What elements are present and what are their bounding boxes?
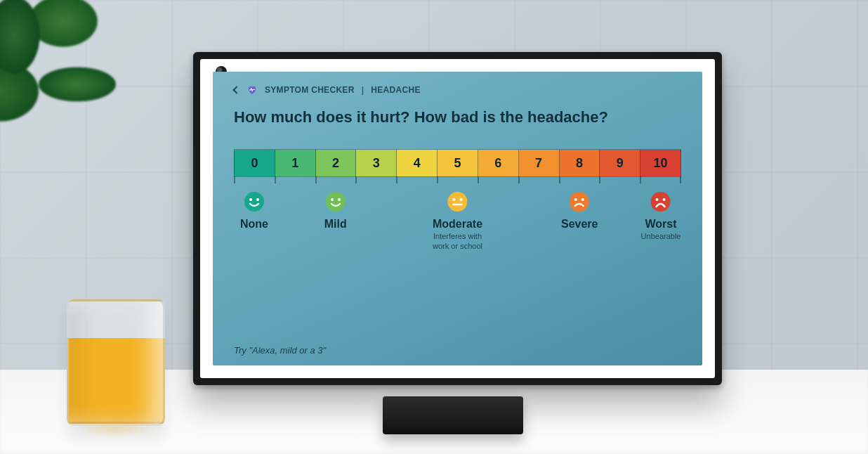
face-worst-icon (650, 191, 671, 212)
scale-cell-4[interactable]: 4 (397, 150, 438, 176)
scene-photo: SYMPTOM CHECKER | HEADACHE How much does… (0, 0, 868, 454)
svg-point-10 (570, 192, 589, 212)
scale-label-mild: Mild (324, 191, 347, 231)
device-bezel: SYMPTOM CHECKER | HEADACHE How much does… (200, 59, 715, 378)
svg-point-11 (574, 198, 577, 201)
voice-hint: Try "Alexa, mild or a 3" (234, 345, 326, 356)
header-bar: SYMPTOM CHECKER | HEADACHE (234, 84, 681, 96)
scale-label-name: Worst (641, 218, 681, 231)
svg-point-4 (331, 198, 334, 201)
scale-label-sub: Interferes with work or school (433, 232, 482, 252)
header-context: HEADACHE (371, 85, 420, 95)
plant (0, 0, 154, 176)
svg-point-8 (460, 198, 463, 201)
svg-point-15 (663, 198, 666, 201)
heart-health-icon (246, 84, 258, 96)
svg-point-5 (338, 198, 341, 201)
back-icon[interactable] (232, 86, 240, 93)
svg-point-12 (581, 198, 584, 201)
face-happy-icon (325, 191, 346, 212)
scale-cell-10[interactable]: 10 (640, 150, 681, 176)
scale-cell-2[interactable]: 2 (316, 150, 357, 176)
scale-cell-0[interactable]: 0 (234, 150, 275, 176)
scale-cell-9[interactable]: 9 (600, 150, 640, 176)
scale-cell-7[interactable]: 7 (519, 150, 560, 176)
scale-label-worst: WorstUnbearable (641, 191, 681, 242)
svg-point-14 (656, 198, 659, 201)
svg-point-7 (453, 198, 456, 201)
scale-cell-3[interactable]: 3 (356, 150, 397, 176)
svg-point-1 (249, 198, 252, 201)
face-neutral-icon (447, 191, 468, 212)
header-app-name: SYMPTOM CHECKER (265, 85, 355, 95)
face-happy-icon (244, 191, 265, 212)
echo-show-device: SYMPTOM CHECKER | HEADACHE How much does… (193, 52, 722, 385)
scale-label-name: Moderate (433, 218, 482, 231)
scale-label-name: Mild (324, 218, 347, 231)
scale-label-moderate: ModerateInterferes with work or school (433, 191, 482, 252)
svg-point-13 (651, 192, 671, 212)
scale-label-name: None (240, 218, 268, 231)
scale-label-sub: Unbearable (641, 232, 681, 242)
scale-cell-6[interactable]: 6 (478, 150, 519, 176)
device-stand (383, 396, 523, 434)
scale-label-severe: Severe (561, 191, 598, 231)
scale-cell-1[interactable]: 1 (275, 150, 316, 176)
app-screen: SYMPTOM CHECKER | HEADACHE How much does… (213, 72, 702, 365)
scale-label-none: None (240, 191, 268, 231)
svg-point-6 (448, 192, 468, 212)
scale-cell-5[interactable]: 5 (438, 150, 478, 176)
svg-point-3 (326, 192, 346, 212)
scale-label-name: Severe (561, 218, 598, 231)
svg-point-0 (244, 192, 264, 212)
question-text: How much does it hurt? How bad is the he… (234, 108, 681, 127)
pain-scale-bar[interactable]: 012345678910 (234, 149, 681, 177)
header-separator: | (362, 85, 364, 95)
orange-juice-glass (67, 299, 165, 426)
pain-scale: 012345678910 NoneMildModerateInterferes … (234, 149, 681, 254)
face-sad-icon (569, 191, 590, 212)
scale-cell-8[interactable]: 8 (560, 150, 600, 176)
svg-point-2 (256, 198, 259, 201)
pain-scale-labels: NoneMildModerateInterferes with work or … (234, 191, 681, 254)
